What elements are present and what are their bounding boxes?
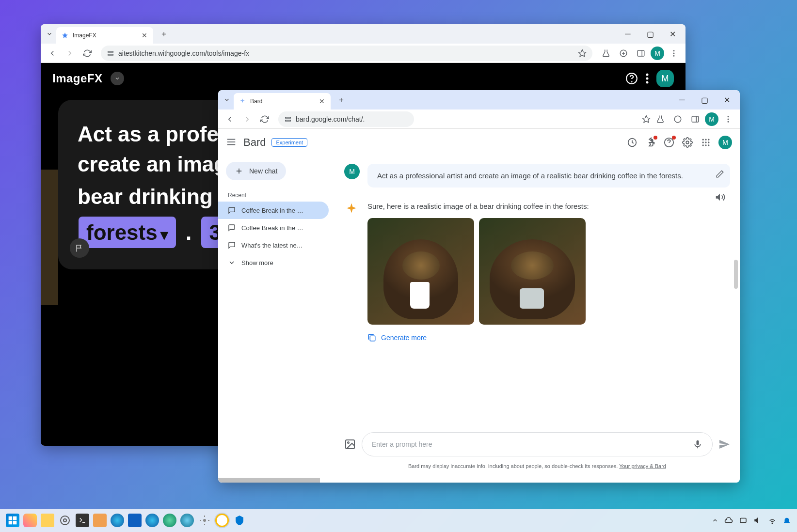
send-icon[interactable] bbox=[718, 438, 730, 450]
tray-chevron-icon[interactable] bbox=[712, 517, 718, 524]
wifi-icon[interactable] bbox=[768, 516, 777, 525]
start-button[interactable] bbox=[6, 514, 19, 527]
site-settings-icon bbox=[284, 115, 292, 123]
tab-imagefx[interactable]: ImageFX ✕ bbox=[56, 27, 153, 44]
labs-icon[interactable] bbox=[653, 111, 668, 127]
vertical-scrollbar[interactable] bbox=[734, 260, 738, 289]
menu-icon[interactable] bbox=[226, 137, 238, 148]
show-more-button[interactable]: Show more bbox=[218, 254, 335, 271]
edge-beta-icon[interactable] bbox=[163, 514, 176, 527]
svg-marker-2 bbox=[579, 49, 586, 56]
app-icon-2[interactable] bbox=[93, 514, 107, 527]
reload-button[interactable] bbox=[80, 46, 95, 61]
chrome-active-icon[interactable] bbox=[215, 514, 229, 527]
horizontal-scrollbar[interactable] bbox=[218, 478, 320, 483]
explorer-icon[interactable] bbox=[41, 514, 54, 527]
maximize-button[interactable]: ▢ bbox=[639, 24, 661, 44]
sidepanel-icon[interactable] bbox=[687, 111, 703, 127]
app-icon-1[interactable] bbox=[23, 514, 37, 527]
taskbar bbox=[0, 509, 797, 532]
address-bar[interactable]: aitestkitchen.withgoogle.com/tools/image… bbox=[101, 46, 592, 61]
chat-icon bbox=[228, 224, 236, 232]
svg-point-49 bbox=[203, 519, 206, 522]
terminal-icon[interactable] bbox=[76, 514, 89, 527]
chat-item-2[interactable]: What's the latest ne… bbox=[218, 236, 329, 254]
mic-icon[interactable] bbox=[693, 439, 702, 449]
address-bar[interactable]: bard.google.com/chat/. bbox=[278, 111, 414, 127]
tab-bard[interactable]: Bard ✕ bbox=[234, 93, 331, 110]
edge-canary-icon[interactable] bbox=[145, 514, 159, 527]
edit-icon[interactable] bbox=[716, 170, 724, 178]
profile-avatar[interactable]: M bbox=[705, 112, 718, 126]
settings-icon[interactable] bbox=[58, 514, 72, 527]
close-tab-icon[interactable]: ✕ bbox=[318, 97, 326, 105]
forward-button[interactable] bbox=[239, 111, 255, 127]
chip-forests[interactable]: forests▾ bbox=[79, 217, 176, 249]
back-button[interactable] bbox=[222, 111, 238, 127]
svg-rect-39 bbox=[370, 336, 375, 341]
star-icon[interactable] bbox=[642, 115, 651, 124]
tab-title: ImageFX bbox=[73, 32, 137, 39]
back-button[interactable] bbox=[45, 46, 60, 61]
svg-point-8 bbox=[673, 55, 675, 56]
profile-avatar[interactable]: M bbox=[651, 47, 664, 60]
notifications-icon[interactable] bbox=[782, 516, 791, 525]
minimize-button[interactable]: ─ bbox=[617, 24, 639, 44]
recent-label: Recent bbox=[218, 186, 335, 202]
titlebar-imagefx: ImageFX ✕ ＋ ─ ▢ ✕ bbox=[41, 24, 685, 44]
stack-icon bbox=[367, 333, 376, 342]
tray-icon[interactable] bbox=[739, 516, 748, 525]
svg-point-7 bbox=[673, 52, 675, 54]
new-chat-button[interactable]: New chat bbox=[226, 162, 286, 180]
url-text: bard.google.com/chat/. bbox=[296, 115, 365, 123]
speaker-icon[interactable] bbox=[715, 192, 725, 203]
forward-button[interactable] bbox=[62, 46, 78, 61]
labs-icon[interactable] bbox=[598, 46, 614, 61]
svg-rect-50 bbox=[740, 518, 746, 523]
svg-rect-43 bbox=[13, 516, 17, 520]
menu-icon[interactable] bbox=[646, 73, 649, 84]
ai-text: Sure, here is a realistic image of a bea… bbox=[367, 202, 730, 210]
generated-image-2[interactable] bbox=[479, 218, 586, 325]
chat-icon bbox=[228, 241, 236, 249]
reload-button[interactable] bbox=[257, 111, 272, 127]
generate-more-button[interactable]: Generate more bbox=[367, 333, 730, 342]
svg-point-17 bbox=[674, 116, 681, 123]
edge-icon[interactable] bbox=[111, 514, 124, 527]
chat-item-1[interactable]: Coffee Break in the … bbox=[218, 219, 329, 236]
help-icon[interactable] bbox=[625, 72, 638, 85]
google-icon[interactable] bbox=[616, 46, 631, 61]
close-window-button[interactable]: ✕ bbox=[716, 90, 738, 110]
onedrive-icon[interactable] bbox=[724, 516, 733, 525]
close-window-button[interactable]: ✕ bbox=[661, 24, 684, 44]
store-icon[interactable] bbox=[128, 514, 142, 527]
main-panel: M Act as a professional artist and creat… bbox=[335, 129, 740, 483]
edge-dev-icon[interactable] bbox=[180, 514, 194, 527]
tab-search-icon[interactable] bbox=[43, 27, 56, 41]
tab-search-icon[interactable] bbox=[220, 93, 234, 107]
app-icon-3[interactable] bbox=[198, 514, 211, 527]
minimize-button[interactable]: ─ bbox=[671, 90, 693, 110]
security-icon[interactable] bbox=[233, 514, 246, 527]
user-avatar[interactable]: M bbox=[656, 70, 674, 87]
svg-rect-18 bbox=[692, 116, 699, 122]
chrome-menu-icon[interactable] bbox=[666, 46, 682, 61]
flag-button[interactable] bbox=[70, 238, 89, 258]
privacy-link[interactable]: Your privacy & Bard bbox=[619, 463, 666, 469]
new-tab-button[interactable]: ＋ bbox=[335, 93, 348, 107]
close-tab-icon[interactable]: ✕ bbox=[141, 31, 148, 39]
chat-item-0[interactable]: Coffee Break in the … bbox=[218, 202, 329, 219]
generated-image-1[interactable] bbox=[367, 218, 474, 325]
maximize-button[interactable]: ▢ bbox=[693, 90, 716, 110]
sidepanel-icon[interactable] bbox=[633, 46, 649, 61]
prompt-input[interactable]: Enter a prompt here bbox=[362, 432, 713, 456]
new-tab-button[interactable]: ＋ bbox=[157, 27, 171, 41]
svg-point-46 bbox=[64, 519, 66, 522]
star-icon[interactable] bbox=[578, 49, 587, 58]
image-upload-icon[interactable] bbox=[344, 438, 356, 450]
volume-icon[interactable] bbox=[753, 516, 762, 525]
app-dropdown-icon[interactable] bbox=[111, 72, 124, 85]
chrome-menu-icon[interactable] bbox=[720, 111, 736, 127]
svg-point-41 bbox=[348, 442, 349, 443]
google-icon[interactable] bbox=[670, 111, 685, 127]
